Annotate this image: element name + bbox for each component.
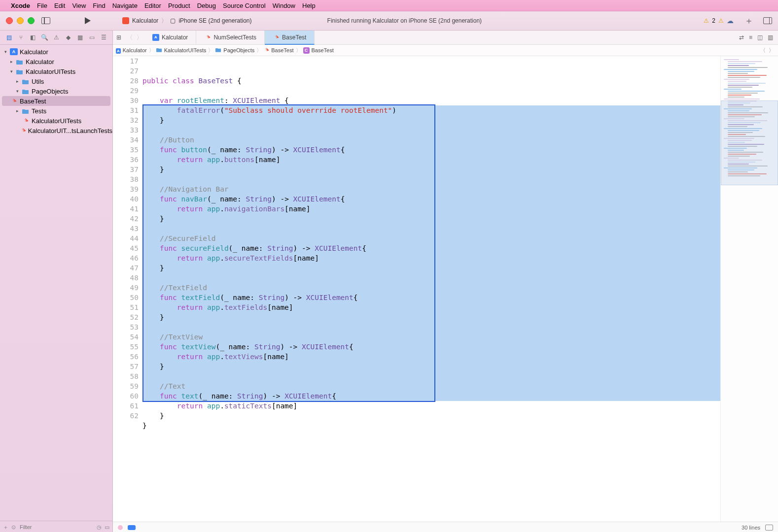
- filter-scope-icon[interactable]: ⊙: [11, 524, 16, 531]
- jump-bar[interactable]: AKalculator〉KalculatorUITests〉PageObject…: [113, 45, 778, 56]
- tab-bar: ⊞ 〈 〉 AKalculatorNumSelectTestsBaseTest …: [113, 31, 778, 45]
- folder-icon: [22, 88, 30, 95]
- toggle-debug-area-icon[interactable]: [765, 525, 773, 531]
- project-tree[interactable]: ▾AKalculator▸Kalculator▾KalculatorUITest…: [0, 45, 112, 521]
- breakpoint-navigator-tab[interactable]: ▭: [88, 33, 96, 41]
- swift-file-icon: [10, 98, 18, 104]
- add-file-button[interactable]: ＋: [3, 524, 8, 531]
- status-pill-blue-icon: [128, 525, 136, 530]
- test-navigator-tab[interactable]: ◆: [64, 33, 72, 41]
- scheme-device-label: iPhone SE (2nd generation): [178, 17, 251, 24]
- source-editor[interactable]: public class BaseTest { var rootElement:…: [142, 56, 720, 522]
- project-navigator-tab[interactable]: ▤: [5, 33, 13, 41]
- swift-file-icon: [204, 34, 211, 41]
- device-icon: ▢: [170, 17, 176, 24]
- folder-icon: [22, 78, 30, 85]
- swift-file-icon: [273, 34, 280, 41]
- scm-filter-icon[interactable]: ▭: [105, 524, 109, 531]
- related-items-icon[interactable]: ⊞: [113, 34, 125, 41]
- app-menu[interactable]: Xcode: [11, 2, 30, 9]
- nav-back-button[interactable]: 〈: [125, 33, 135, 42]
- tree-item-basetest[interactable]: BaseTest: [2, 96, 110, 106]
- project-icon: A: [152, 34, 159, 41]
- project-icon: A: [116, 47, 121, 53]
- folder-icon: [16, 68, 24, 75]
- jumpbar-basetest[interactable]: BaseTest: [264, 47, 293, 54]
- folder-icon: [16, 58, 24, 65]
- jump-prev-icon[interactable]: 〈: [760, 47, 766, 54]
- folder-icon: [215, 47, 221, 53]
- minimap[interactable]: [720, 56, 778, 522]
- status-dot-pink-icon: [118, 525, 123, 530]
- activity-status: Finished running Kalculator on iPhone SE…: [327, 17, 482, 24]
- editor-tab-basetest[interactable]: BaseTest: [265, 31, 315, 45]
- editor-tab-numselecttests[interactable]: NumSelectTests: [196, 31, 265, 44]
- menu-navigate[interactable]: Navigate: [112, 2, 138, 9]
- cloud-status-icon[interactable]: ☁: [727, 17, 734, 25]
- scheme-selector[interactable]: Kalculator 〉 ▢ iPhone SE (2nd generation…: [118, 15, 255, 27]
- runtime-warning-icon[interactable]: ⚠: [718, 17, 724, 24]
- line-gutter[interactable]: 1727282930313233343536373839404142434445…: [113, 56, 142, 522]
- editor-area: ⊞ 〈 〉 AKalculatorNumSelectTestsBaseTest …: [113, 31, 778, 532]
- adjust-editor-icon[interactable]: ≡: [749, 34, 752, 41]
- scheme-app-label: Kalculator: [132, 17, 158, 24]
- menu-source-control[interactable]: Source Control: [223, 2, 266, 9]
- folder-icon: [156, 47, 162, 53]
- source-control-navigator-tab[interactable]: ⑂: [17, 33, 25, 41]
- recent-filter-icon[interactable]: ◷: [97, 524, 102, 531]
- editor-status-bar: 30 lines: [113, 522, 778, 532]
- menu-window[interactable]: Window: [273, 2, 295, 9]
- filter-input[interactable]: [19, 524, 94, 531]
- menu-product[interactable]: Product: [168, 2, 190, 9]
- jumpbar-kalculator[interactable]: AKalculator: [116, 47, 147, 53]
- minimize-window-button[interactable]: [17, 17, 24, 24]
- add-editor-button[interactable]: ＋: [744, 15, 753, 27]
- editor-tab-kalculator[interactable]: AKalculator: [144, 31, 196, 44]
- jumpbar-basetest[interactable]: CBaseTest: [303, 47, 334, 54]
- menu-view[interactable]: View: [72, 2, 86, 9]
- swift-file-icon: [22, 117, 30, 124]
- tree-item-kalculator[interactable]: ▾AKalculator: [0, 47, 112, 57]
- tree-item-tests[interactable]: ▸Tests: [0, 106, 112, 116]
- toolbar: Kalculator 〉 ▢ iPhone SE (2nd generation…: [0, 11, 778, 31]
- warning-icon[interactable]: ⚠: [704, 17, 709, 24]
- tree-item-kalculatoruit-tslaunchtests[interactable]: KalculatorUIT...tsLaunchTests: [0, 126, 112, 135]
- menu-find[interactable]: Find: [93, 2, 105, 9]
- issue-navigator-tab[interactable]: ⚠: [52, 33, 60, 41]
- add-editor-right-icon[interactable]: ◫: [757, 34, 763, 41]
- menu-file[interactable]: File: [37, 2, 47, 9]
- tree-item-kalculatoruitests[interactable]: KalculatorUITests: [0, 116, 112, 126]
- refresh-icon[interactable]: ⇄: [739, 34, 744, 41]
- warning-count: 2: [712, 17, 715, 24]
- symbol-navigator-tab[interactable]: ◧: [29, 33, 36, 41]
- menu-bar: Xcode FileEditViewFindNavigateEditorProd…: [0, 0, 778, 11]
- find-navigator-tab[interactable]: 🔍: [40, 33, 48, 41]
- toggle-navigator-icon[interactable]: [41, 17, 50, 24]
- swift-file-icon: [264, 47, 269, 54]
- debug-navigator-tab[interactable]: ▦: [76, 33, 84, 41]
- jumpbar-pageobjects[interactable]: PageObjects: [215, 47, 254, 53]
- swift-file-icon: [20, 127, 26, 134]
- toggle-inspector-icon[interactable]: [763, 17, 772, 24]
- run-button[interactable]: [85, 17, 91, 24]
- zoom-window-button[interactable]: [28, 17, 35, 24]
- tree-item-kalculator[interactable]: ▸Kalculator: [0, 57, 112, 66]
- menu-debug[interactable]: Debug: [197, 2, 216, 9]
- nav-forward-button[interactable]: 〉: [135, 33, 144, 42]
- class-icon: C: [303, 47, 310, 54]
- menu-edit[interactable]: Edit: [54, 2, 65, 9]
- tree-item-kalculatoruitests[interactable]: ▾KalculatorUITests: [0, 66, 112, 76]
- editor-layout-icon[interactable]: ▥: [768, 34, 773, 41]
- report-navigator-tab[interactable]: ☰: [100, 33, 107, 41]
- tree-item-utils[interactable]: ▸Utils: [0, 76, 112, 86]
- close-window-button[interactable]: [6, 17, 13, 24]
- project-icon: A: [10, 48, 18, 55]
- tree-item-pageobjects[interactable]: ▾PageObjects: [0, 86, 112, 96]
- jumpbar-kalculatoruitests[interactable]: KalculatorUITests: [156, 47, 207, 53]
- navigator-footer: ＋ ⊙ ◷ ▭: [0, 521, 112, 532]
- menu-editor[interactable]: Editor: [144, 2, 161, 9]
- line-count-label: 30 lines: [742, 525, 760, 531]
- jump-next-icon[interactable]: 〉: [769, 47, 774, 54]
- window-controls: [6, 17, 35, 24]
- menu-help[interactable]: Help: [302, 2, 316, 9]
